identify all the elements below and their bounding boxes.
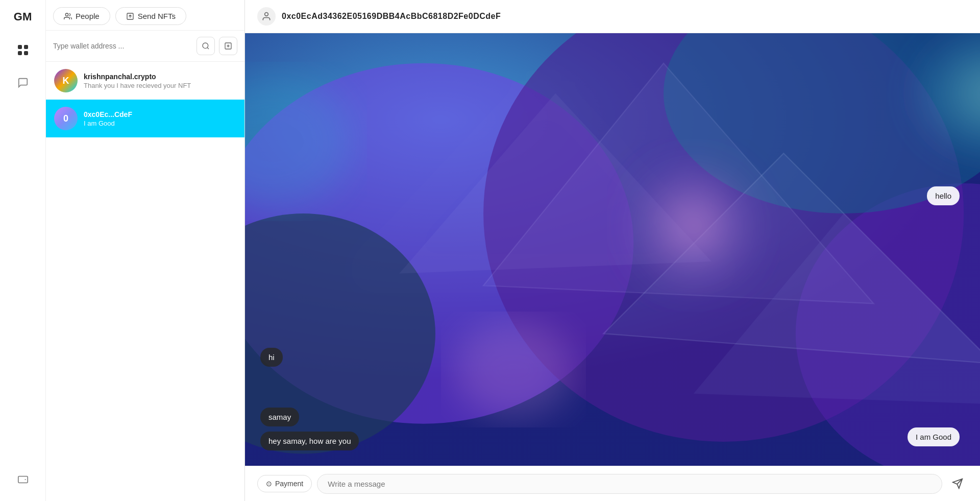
search-input[interactable] [53,42,192,50]
payment-icon: ⊙ [266,480,272,488]
contact-name: krishnpanchal.crypto [84,73,236,81]
svg-rect-3 [24,51,28,55]
message-bubble: samay [260,408,299,426]
tab-send-nfts[interactable]: Send NFTs [115,7,186,25]
message-bubble: hello [927,186,960,205]
contact-info: krishnpanchal.crypto Thank you I have re… [84,73,236,89]
tab-people[interactable]: People [53,7,110,25]
svg-rect-2 [18,51,22,55]
sidebar-icon-dashboard[interactable] [12,39,34,61]
messages-column: hi hello samay hey samay, how are you I … [260,348,965,456]
chat-input-bar: ⊙ Payment [245,466,980,501]
svg-point-9 [265,13,268,16]
contact-preview: I am Good [84,120,236,127]
sidebar-icon-chat[interactable] [12,71,34,94]
far-sidebar: GM [0,0,46,501]
search-button[interactable] [197,37,215,55]
contact-preview: Thank you I have recieved your NFT [84,82,236,89]
search-area [46,31,244,62]
message-input[interactable] [317,474,942,494]
chat-header-address: 0xc0EcAd34362E05169DBB4AcBbC6818D2Fe0DCd… [282,12,501,21]
contact-item-active[interactable]: 0 0xc0Ec...CdeF I am Good [46,100,244,137]
chat-header: 0xc0EcAd34362E05169DBB4AcBbC6818D2Fe0DCd… [245,0,980,33]
svg-rect-4 [18,476,27,483]
svg-rect-1 [24,45,28,49]
message-bubble: hi [260,348,283,367]
chat-header-avatar-icon [257,7,276,26]
svg-point-7 [203,43,208,49]
send-button[interactable] [947,473,968,494]
contact-item[interactable]: K krishnpanchal.crypto Thank you I have … [46,62,244,100]
add-contact-button[interactable] [219,37,237,55]
svg-rect-0 [18,45,22,49]
message-bubble: hey samay, how are you [260,432,359,450]
chat-background-area: hi hello samay hey samay, how are you I … [245,33,980,466]
contact-info: 0xc0Ec...CdeF I am Good [84,110,236,127]
panel-header: People Send NFTs [46,0,244,31]
svg-point-5 [65,13,68,16]
left-panel: People Send NFTs [46,0,245,501]
message-bubble: I am Good [908,427,960,446]
messages-overlay: hi hello samay hey samay, how are you I … [245,33,980,466]
avatar: K [54,69,78,92]
sidebar-icon-wallet[interactable] [12,468,34,491]
app-logo: GM [14,10,32,23]
avatar: 0 [54,107,78,130]
tab-people-label: People [76,12,100,20]
payment-button[interactable]: ⊙ Payment [257,475,312,492]
contact-name: 0xc0Ec...CdeF [84,110,236,118]
chat-main: 0xc0EcAd34362E05169DBB4AcBbC6818D2Fe0DCd… [245,0,980,501]
payment-label: Payment [275,480,303,488]
contact-list: K krishnpanchal.crypto Thank you I have … [46,62,244,501]
tab-send-nfts-label: Send NFTs [138,12,176,20]
